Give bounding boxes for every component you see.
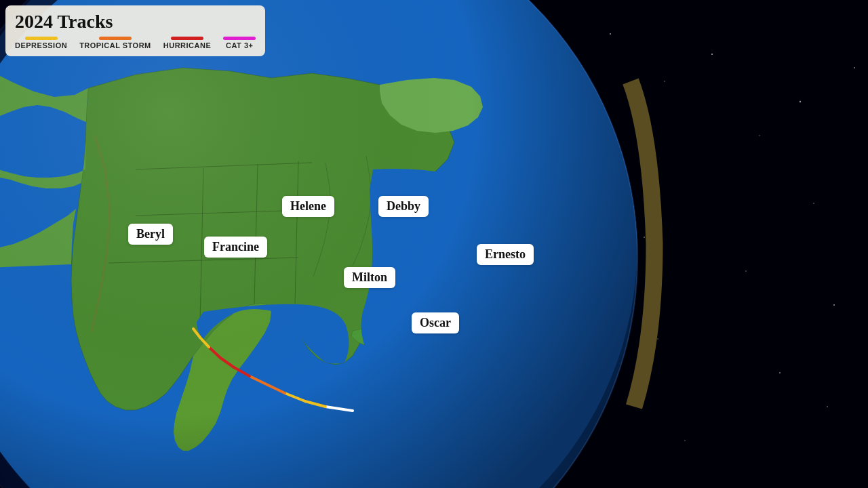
storm-label-helene: Helene <box>282 196 334 217</box>
storm-label-ernesto: Ernesto <box>477 244 534 265</box>
svg-point-5 <box>759 135 760 136</box>
map-container: Beryl Francine Helene Debby Ernesto Milt… <box>0 0 868 488</box>
hurricane-label: HURRICANE <box>163 41 212 49</box>
svg-point-15 <box>684 440 686 441</box>
svg-point-13 <box>827 406 828 407</box>
tropical-storm-label: TROPICAL STORM <box>79 41 151 49</box>
legend: 2024 Tracks DEPRESSION TROPICAL STORM HU… <box>5 5 265 56</box>
cat3plus-line <box>223 37 256 40</box>
depression-label: DEPRESSION <box>15 41 67 49</box>
svg-point-12 <box>779 372 781 373</box>
svg-point-11 <box>657 338 658 340</box>
svg-point-9 <box>745 270 747 272</box>
storm-label-oscar: Oscar <box>412 312 459 333</box>
storm-label-francine: Francine <box>204 237 267 258</box>
svg-point-3 <box>664 81 665 82</box>
svg-point-4 <box>711 54 713 55</box>
storm-label-milton: Milton <box>344 267 395 288</box>
legend-item-cat3plus: CAT 3+ <box>223 37 256 49</box>
svg-point-7 <box>813 203 814 204</box>
tropical-storm-line <box>99 37 132 40</box>
depression-line <box>25 37 58 40</box>
legend-item-hurricane: HURRICANE <box>163 37 212 49</box>
svg-point-8 <box>644 237 645 238</box>
storm-label-beryl: Beryl <box>128 224 173 245</box>
storm-label-debby: Debby <box>378 196 429 217</box>
legend-item-tropical-storm: TROPICAL STORM <box>79 37 151 49</box>
legend-items: DEPRESSION TROPICAL STORM HURRICANE CAT … <box>15 37 256 49</box>
svg-point-24 <box>0 0 637 488</box>
svg-point-10 <box>833 304 835 306</box>
cat3plus-label: CAT 3+ <box>226 41 253 49</box>
hurricane-line <box>171 37 203 40</box>
legend-title: 2024 Tracks <box>15 11 256 33</box>
svg-point-6 <box>800 101 801 102</box>
svg-point-2 <box>610 33 611 35</box>
svg-point-14 <box>854 67 855 68</box>
legend-item-depression: DEPRESSION <box>15 37 67 49</box>
